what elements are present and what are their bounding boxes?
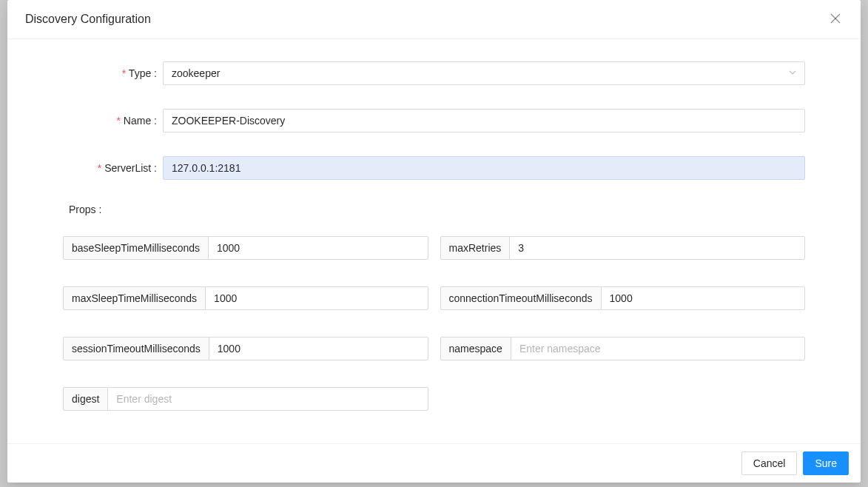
cancel-button[interactable]: Cancel bbox=[741, 451, 798, 475]
discovery-config-modal: Discovery Configuration Type : zookeeper bbox=[7, 0, 861, 483]
prop-maxretries: maxRetries bbox=[440, 236, 806, 260]
name-label: Name : bbox=[63, 115, 163, 127]
serverlist-input[interactable] bbox=[163, 156, 805, 180]
prop-key-label: maxSleepTimeMilliseconds bbox=[63, 286, 205, 310]
type-select-value: zookeeper bbox=[163, 61, 805, 85]
prop-namespace-input[interactable] bbox=[511, 337, 805, 360]
prop-key-label: namespace bbox=[440, 337, 511, 360]
prop-namespace: namespace bbox=[440, 337, 806, 360]
modal-body: Type : zookeeper Name : ServerList : bbox=[7, 39, 861, 443]
type-label: Type : bbox=[63, 67, 163, 79]
modal-title: Discovery Configuration bbox=[25, 13, 151, 26]
serverlist-label: ServerList : bbox=[63, 162, 163, 174]
props-grid: baseSleepTimeMilliseconds maxRetries max… bbox=[63, 236, 805, 411]
prop-digest: digest bbox=[63, 387, 428, 411]
prop-sessiontimeout-input[interactable] bbox=[209, 337, 428, 360]
props-label: Props : bbox=[69, 204, 805, 215]
prop-sessiontimeout: sessionTimeoutMilliseconds bbox=[63, 337, 428, 360]
prop-key-label: maxRetries bbox=[440, 236, 510, 260]
prop-connectiontimeout-input[interactable] bbox=[601, 286, 805, 310]
field-name: Name : bbox=[63, 109, 805, 132]
serverlist-control bbox=[163, 156, 805, 180]
type-select[interactable]: zookeeper bbox=[163, 61, 805, 85]
prop-connectiontimeout: connectionTimeoutMilliseconds bbox=[440, 286, 806, 310]
prop-maxsleeptime: maxSleepTimeMilliseconds bbox=[63, 286, 428, 310]
sure-button[interactable]: Sure bbox=[803, 451, 849, 475]
prop-basesleeptime-input[interactable] bbox=[208, 236, 428, 260]
close-icon bbox=[830, 13, 841, 26]
prop-key-label: digest bbox=[63, 387, 107, 411]
close-button[interactable] bbox=[828, 12, 843, 27]
field-serverlist: ServerList : bbox=[63, 156, 805, 180]
name-input[interactable] bbox=[163, 109, 805, 132]
name-control bbox=[163, 109, 805, 132]
prop-key-label: connectionTimeoutMilliseconds bbox=[440, 286, 601, 310]
modal-header: Discovery Configuration bbox=[7, 0, 861, 39]
prop-basesleeptime: baseSleepTimeMilliseconds bbox=[63, 236, 428, 260]
prop-maxretries-input[interactable] bbox=[509, 236, 805, 260]
prop-maxsleeptime-input[interactable] bbox=[205, 286, 428, 310]
modal-footer: Cancel Sure bbox=[7, 443, 861, 483]
type-control: zookeeper bbox=[163, 61, 805, 85]
prop-digest-input[interactable] bbox=[107, 387, 428, 411]
field-type: Type : zookeeper bbox=[63, 61, 805, 85]
prop-key-label: sessionTimeoutMilliseconds bbox=[63, 337, 209, 360]
prop-key-label: baseSleepTimeMilliseconds bbox=[63, 236, 208, 260]
